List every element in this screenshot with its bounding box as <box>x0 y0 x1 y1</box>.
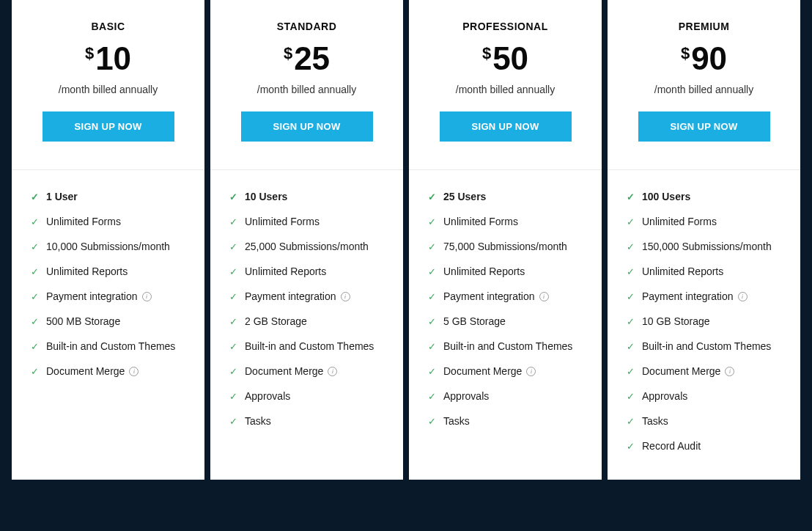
check-icon: ✓ <box>229 341 237 352</box>
feature-item: ✓Built-in and Custom Themes <box>31 340 188 352</box>
plan-features: ✓25 Users✓Unlimited Forms✓75,000 Submiss… <box>409 170 602 455</box>
check-icon: ✓ <box>627 216 635 227</box>
billing-cycle: /month billed annually <box>25 84 191 95</box>
info-icon[interactable]: i <box>738 292 748 301</box>
billing-cycle: /month billed annually <box>621 84 787 95</box>
feature-text: 2 GB Storage <box>245 315 307 327</box>
feature-text: 1 User <box>46 191 78 202</box>
check-icon: ✓ <box>31 216 39 227</box>
feature-item: ✓Unlimited Reports <box>31 266 188 277</box>
signup-button[interactable]: SIGN UP NOW <box>43 111 174 142</box>
plan-price: $50 <box>422 43 588 75</box>
currency-symbol: $ <box>284 45 292 62</box>
feature-text: 25,000 Submissions/month <box>245 241 369 252</box>
check-icon: ✓ <box>627 291 635 302</box>
feature-text: Document Merge <box>642 365 720 377</box>
feature-text: 75,000 Submissions/month <box>443 241 567 252</box>
feature-text: Built-in and Custom Themes <box>46 340 175 352</box>
plan-price: $25 <box>224 43 390 75</box>
pricing-container: BASIC$10/month billed annuallySIGN UP NO… <box>0 0 812 480</box>
info-icon[interactable]: i <box>142 292 152 301</box>
check-icon: ✓ <box>428 266 436 277</box>
feature-item: ✓Unlimited Forms <box>627 216 784 227</box>
signup-button[interactable]: SIGN UP NOW <box>440 111 572 142</box>
feature-text: 5 GB Storage <box>443 315 506 327</box>
plan-features: ✓100 Users✓Unlimited Forms✓150,000 Submi… <box>608 170 800 480</box>
check-icon: ✓ <box>229 316 237 327</box>
feature-text: Built-in and Custom Themes <box>245 340 374 352</box>
currency-symbol: $ <box>85 45 94 62</box>
feature-item: ✓Approvals <box>428 390 586 402</box>
feature-item: ✓25,000 Submissions/month <box>229 241 387 252</box>
check-icon: ✓ <box>627 341 635 352</box>
feature-text: Payment integration <box>443 290 535 302</box>
price-amount: 90 <box>691 43 727 75</box>
price-amount: 10 <box>95 43 131 75</box>
check-icon: ✓ <box>31 191 39 202</box>
feature-text: Payment integration <box>642 290 734 302</box>
check-icon: ✓ <box>229 241 237 252</box>
feature-text: 500 MB Storage <box>46 315 120 327</box>
check-icon: ✓ <box>627 241 635 252</box>
check-icon: ✓ <box>627 441 635 452</box>
feature-item: ✓Document Mergei <box>627 365 784 377</box>
info-icon[interactable]: i <box>328 367 337 376</box>
currency-symbol: $ <box>681 45 690 62</box>
feature-item: ✓150,000 Submissions/month <box>627 241 784 252</box>
check-icon: ✓ <box>31 366 39 377</box>
feature-item: ✓Approvals <box>229 390 387 402</box>
feature-item: ✓Payment integrationi <box>627 290 784 302</box>
plan-header: PREMIUM$90/month billed annuallySIGN UP … <box>608 0 800 170</box>
check-icon: ✓ <box>627 391 635 402</box>
check-icon: ✓ <box>428 391 436 402</box>
info-icon[interactable]: i <box>526 367 536 376</box>
check-icon: ✓ <box>428 216 436 227</box>
feature-item: ✓5 GB Storage <box>428 315 586 327</box>
check-icon: ✓ <box>31 241 39 252</box>
check-icon: ✓ <box>229 416 237 427</box>
feature-item: ✓Document Mergei <box>229 365 387 377</box>
feature-item: ✓1 User <box>31 191 188 202</box>
plan-price: $10 <box>25 43 191 75</box>
info-icon[interactable]: i <box>341 292 350 301</box>
plan-header: PROFESSIONAL$50/month billed annuallySIG… <box>409 0 602 170</box>
price-amount: 50 <box>492 43 528 75</box>
check-icon: ✓ <box>428 191 436 202</box>
info-icon[interactable]: i <box>539 292 549 301</box>
feature-item: ✓2 GB Storage <box>229 315 387 327</box>
check-icon: ✓ <box>627 191 635 202</box>
check-icon: ✓ <box>31 316 39 327</box>
feature-text: Built-in and Custom Themes <box>642 340 771 352</box>
feature-item: ✓Payment integrationi <box>229 290 387 302</box>
info-icon[interactable]: i <box>725 367 734 376</box>
plan-header: BASIC$10/month billed annuallySIGN UP NO… <box>12 0 204 170</box>
signup-button[interactable]: SIGN UP NOW <box>638 111 770 142</box>
check-icon: ✓ <box>428 341 436 352</box>
feature-text: Unlimited Forms <box>46 216 121 227</box>
feature-text: 100 Users <box>642 191 690 202</box>
feature-item: ✓Payment integrationi <box>31 290 188 302</box>
plan-card-premium: PREMIUM$90/month billed annuallySIGN UP … <box>608 0 800 480</box>
feature-item: ✓Unlimited Reports <box>229 266 387 277</box>
feature-item: ✓Document Mergei <box>428 365 586 377</box>
info-icon[interactable]: i <box>129 367 139 376</box>
feature-text: Unlimited Reports <box>443 266 525 277</box>
feature-text: Document Merge <box>245 365 323 377</box>
plan-name: PROFESSIONAL <box>422 21 588 32</box>
feature-text: Document Merge <box>443 365 522 377</box>
plan-card-basic: BASIC$10/month billed annuallySIGN UP NO… <box>12 0 204 480</box>
feature-item: ✓Unlimited Forms <box>31 216 188 227</box>
check-icon: ✓ <box>229 266 237 277</box>
feature-item: ✓Approvals <box>627 390 784 402</box>
feature-text: 150,000 Submissions/month <box>642 241 772 252</box>
feature-item: ✓25 Users <box>428 191 586 202</box>
check-icon: ✓ <box>229 366 237 377</box>
check-icon: ✓ <box>31 341 39 352</box>
feature-text: Unlimited Forms <box>245 216 320 227</box>
billing-cycle: /month billed annually <box>224 84 390 95</box>
check-icon: ✓ <box>627 266 635 277</box>
feature-item: ✓Unlimited Reports <box>428 266 586 277</box>
check-icon: ✓ <box>229 216 237 227</box>
plan-name: BASIC <box>25 21 191 32</box>
signup-button[interactable]: SIGN UP NOW <box>241 111 373 142</box>
